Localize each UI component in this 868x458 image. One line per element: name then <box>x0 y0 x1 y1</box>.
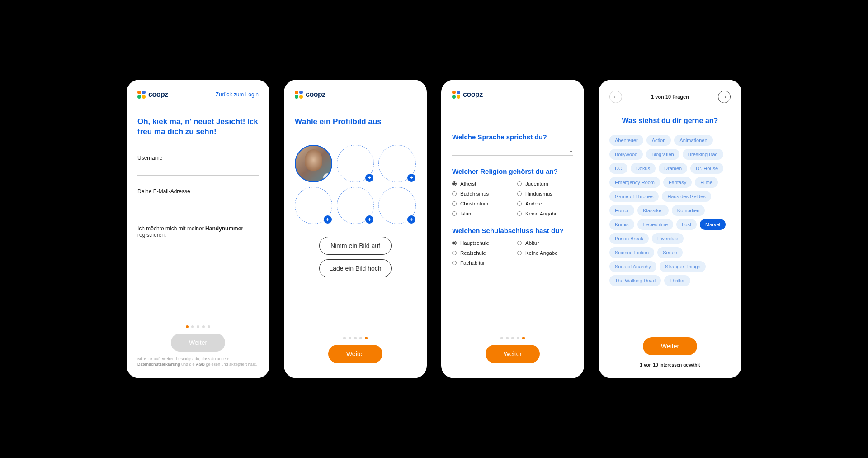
profile-picture-slot-6[interactable]: + <box>378 187 416 224</box>
back-to-login-link[interactable]: Zurück zum Login <box>216 91 259 98</box>
interest-tag[interactable]: Komödien <box>672 205 705 216</box>
continue-button[interactable]: Weiter <box>486 345 540 363</box>
interest-tag[interactable]: Biografien <box>646 149 679 160</box>
radio-label: Andere <box>525 201 542 206</box>
language-question: Welche Sprache sprichst du? <box>452 133 573 141</box>
profile-picture-slot-3[interactable]: + <box>378 145 416 182</box>
logo-text: coopz <box>306 91 326 99</box>
interest-tag[interactable]: Lost <box>676 219 697 230</box>
interest-tag[interactable]: Dramen <box>659 163 687 174</box>
interests-screen: ← 1 von 10 Fragen → Was siehst du dir ge… <box>599 80 741 378</box>
radio-option[interactable]: Realschule <box>452 249 508 257</box>
page-dot <box>349 337 351 339</box>
profile-picture-slot-2[interactable]: + <box>337 145 374 182</box>
interest-tags: AbenteuerActionAnimationenBollywoodBiogr… <box>609 135 731 286</box>
question-progress: 1 von 10 Fragen <box>651 94 689 100</box>
plus-icon: + <box>365 174 373 182</box>
interest-tag[interactable]: Dr. House <box>690 163 723 174</box>
interest-tag[interactable]: Sons of Anarchy <box>609 261 656 272</box>
continue-button[interactable]: Weiter <box>643 337 697 355</box>
username-input[interactable] <box>137 163 259 176</box>
interest-tag[interactable]: DC <box>609 163 627 174</box>
continue-button[interactable]: Weiter <box>328 345 382 363</box>
page-dot <box>500 337 503 339</box>
interest-tag[interactable]: Emergency Room <box>609 177 660 188</box>
email-input[interactable] <box>137 196 259 209</box>
profile-picture-slot-5[interactable]: + <box>337 187 374 224</box>
page-dot <box>208 325 210 328</box>
chevron-down-icon: ⌄ <box>569 147 573 153</box>
profile-picture-screen: coopz Wähle ein Profilbild aus ✕ + + + +… <box>284 80 427 378</box>
radio-option[interactable]: Hauptschule <box>452 239 508 247</box>
radio-option[interactable]: Abitur <box>517 239 573 247</box>
continue-button[interactable]: Weiter <box>171 334 225 352</box>
radio-label: Atheist <box>460 181 476 186</box>
radio-option[interactable]: Andere <box>517 200 573 208</box>
radio-option[interactable]: Judentum <box>517 180 573 188</box>
interest-tag[interactable]: Stranger Things <box>660 261 706 272</box>
interest-tag[interactable]: Krimis <box>609 219 634 230</box>
email-field-group: Deine E-Mail-Adresse <box>137 188 259 209</box>
interest-tag[interactable]: Science-Fiction <box>609 247 654 258</box>
radio-icon <box>452 241 457 245</box>
interest-tag[interactable]: Klassiker <box>637 205 669 216</box>
interest-tag[interactable]: Game of Thrones <box>609 191 659 202</box>
logo: coopz <box>295 91 326 99</box>
page-heading: Wähle ein Profilbild aus <box>295 117 416 127</box>
interest-tag[interactable]: Action <box>646 135 671 146</box>
page-dot <box>343 337 346 339</box>
radio-icon <box>452 211 457 216</box>
interest-tag[interactable]: Haus des Geldes <box>662 191 711 202</box>
radio-icon <box>452 251 457 255</box>
plus-icon: + <box>407 174 415 182</box>
profile-picture-slot-4[interactable]: + <box>295 187 332 224</box>
radio-icon <box>452 191 457 196</box>
interest-tag[interactable]: Filme <box>695 177 718 188</box>
interest-tag[interactable]: The Walking Dead <box>609 275 661 286</box>
next-question-button[interactable]: → <box>718 91 731 103</box>
radio-option[interactable]: Christentum <box>452 200 508 208</box>
interest-tag[interactable]: Abenteuer <box>609 135 643 146</box>
logo: coopz <box>452 91 483 99</box>
radio-icon <box>517 211 522 216</box>
question-nav: ← 1 von 10 Fragen → <box>609 91 731 103</box>
prev-question-button[interactable]: ← <box>609 91 622 103</box>
header: coopz <box>452 91 573 99</box>
radio-option[interactable]: Atheist <box>452 180 508 188</box>
interest-tag[interactable]: Animationen <box>674 135 712 146</box>
radio-option[interactable]: Keine Angabe <box>517 210 573 218</box>
remove-icon[interactable]: ✕ <box>323 173 331 181</box>
page-dot <box>365 337 368 339</box>
interest-tag[interactable]: Riverdale <box>652 233 684 244</box>
interest-tag[interactable]: Marvel <box>700 219 726 230</box>
interest-tag[interactable]: Serien <box>657 247 683 258</box>
page-indicator <box>295 337 416 339</box>
logo-icon <box>137 91 146 99</box>
interest-tag[interactable]: Thriller <box>664 275 690 286</box>
plus-icon: + <box>407 215 415 224</box>
radio-option[interactable]: Keine Angabe <box>517 249 573 257</box>
school-question: Welchen Schulabschluss hast du? <box>452 227 573 234</box>
page-dot <box>511 337 514 339</box>
interest-tag[interactable]: Bollywood <box>609 149 643 160</box>
radio-option[interactable]: Islam <box>452 210 508 218</box>
radio-option[interactable]: Buddhismus <box>452 190 508 198</box>
interest-tag[interactable]: Dokus <box>631 163 656 174</box>
take-photo-button[interactable]: Nimm ein Bild auf <box>319 237 392 255</box>
upload-photo-button[interactable]: Lade ein Bild hoch <box>319 259 392 277</box>
interest-tag[interactable]: Prison Break <box>609 233 649 244</box>
interest-tag[interactable]: Liebesfilme <box>637 219 674 230</box>
phone-registration-text[interactable]: Ich möchte mich mit meiner Handynummer r… <box>137 225 259 238</box>
header: coopz <box>295 91 416 99</box>
language-select[interactable]: ⌄ <box>452 145 573 156</box>
profile-picture-slot-1-filled[interactable]: ✕ <box>295 145 332 182</box>
radio-option[interactable]: Hinduismus <box>517 190 573 198</box>
page-heading: Oh, kiek ma, n' neuet Jesicht! Ick freu … <box>137 117 259 137</box>
username-label: Username <box>137 155 259 161</box>
interest-tag[interactable]: Breaking Bad <box>683 149 723 160</box>
logo-text: coopz <box>148 91 168 99</box>
interest-tag[interactable]: Horror <box>609 205 634 216</box>
radio-option[interactable]: Fachabitur <box>452 259 508 267</box>
interest-tag[interactable]: Fantasy <box>663 177 692 188</box>
page-dot <box>517 337 519 339</box>
